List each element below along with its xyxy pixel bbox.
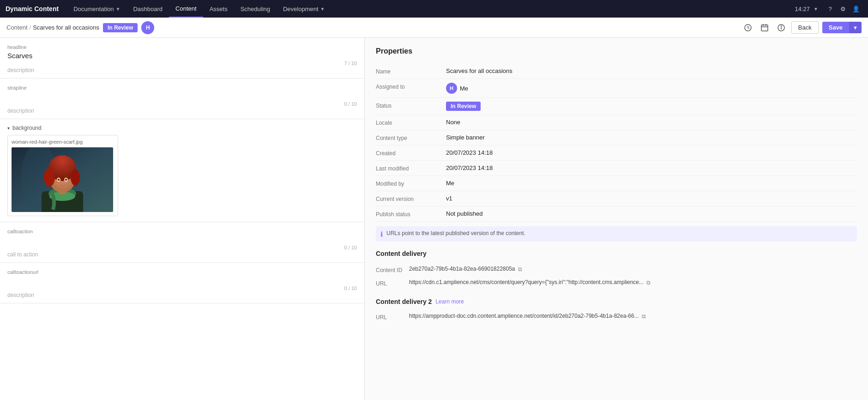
breadcrumb-separator: /	[30, 24, 31, 31]
chevron-down-icon: ▼	[320, 6, 325, 12]
url-value: https://cdn.c1.amplience.net/cms/content…	[409, 279, 857, 286]
delivery2-header: Content delivery 2 Learn more	[376, 298, 857, 305]
content-id-value: 2eb270a2-79b5-4b1a-82ea-66901822805a ⧉	[409, 266, 857, 273]
prop-row-modifiedby: Modified by Me	[376, 176, 857, 191]
prop-value-status: In Review	[446, 102, 857, 111]
chevron-down-icon: ▼	[116, 6, 121, 12]
nav-assets[interactable]: Assets	[203, 0, 234, 18]
svg-point-7	[781, 25, 781, 26]
content-id-row: Content ID 2eb270a2-79b5-4b1a-82ea-66901…	[376, 263, 857, 276]
delivery-title: Content delivery	[376, 250, 857, 257]
strapline-description: description	[7, 108, 357, 114]
image-filename: woman-red-hair-green-scarf.jpg	[12, 139, 114, 145]
nav-dashboard[interactable]: Dashboard	[127, 0, 169, 18]
url-note-text: URLs point to the latest published versi…	[386, 230, 525, 236]
prop-row-locale: Locale None	[376, 115, 857, 130]
sub-nav: Content / Scarves for all occasions In R…	[0, 18, 868, 38]
prop-label-publishstatus: Publish status	[376, 210, 440, 218]
prop-row-assigned: Assigned to H Me	[376, 79, 857, 98]
delivery2-title: Content delivery 2	[376, 298, 432, 305]
headline-field-section: headline 7 / 10 description	[0, 38, 364, 79]
prop-label-name: Name	[376, 67, 440, 75]
prop-row-publishstatus: Publish status Not published	[376, 206, 857, 222]
calltoactionurl-field-section: calltoactionurl 0 / 10 description	[0, 263, 364, 303]
assigned-avatar: H	[446, 83, 457, 94]
url-note: ℹ URLs point to the latest published ver…	[376, 226, 857, 242]
settings-icon[interactable]: ⚙	[837, 2, 850, 15]
calltoaction-field-section: calltoaction 0 / 10 call to action	[0, 222, 364, 263]
headline-description: description	[7, 67, 357, 73]
time-arrow-icon: ▼	[814, 6, 818, 12]
prop-row-name: Name Scarves for all occasions	[376, 64, 857, 79]
nav-documentation[interactable]: Documentation ▼	[67, 0, 127, 18]
prop-label-created: Created	[376, 149, 440, 157]
delivery2-url-value: https://ampproduct-doc.cdn.content.ampli…	[409, 313, 857, 320]
main-layout: headline 7 / 10 description strapline 0 …	[0, 38, 868, 400]
breadcrumb-current: Scarves for all occasions	[33, 24, 99, 31]
delivery2-url-row: URL https://ampproduct-doc.cdn.content.a…	[376, 310, 857, 323]
headline-input[interactable]	[7, 52, 357, 60]
info-circle-icon: ℹ	[380, 230, 383, 238]
chevron-down-icon: ▾	[7, 126, 10, 131]
calltoaction-input[interactable]	[7, 236, 357, 244]
nav-development[interactable]: Development ▼	[277, 0, 332, 18]
content-id-label: Content ID	[376, 266, 404, 273]
prop-value-locale: None	[446, 119, 857, 126]
nav-scheduling[interactable]: Scheduling	[234, 0, 277, 18]
strapline-label: strapline	[7, 85, 357, 91]
calltoactionurl-label: calltoactionurl	[7, 269, 357, 275]
properties-title: Properties	[376, 47, 857, 55]
save-dropdown-button[interactable]: ▼	[849, 22, 862, 33]
prop-value-lastmod: 20/07/2023 14:18	[446, 164, 857, 171]
prop-label-version: Current version	[376, 195, 440, 202]
svg-point-21	[58, 179, 60, 181]
status-pill[interactable]: In Review	[446, 102, 481, 111]
brand-logo: Dynamic Content	[6, 5, 67, 12]
background-section: ▾ background woman-red-hair-green-scarf.…	[0, 119, 364, 222]
calltoaction-label: calltoaction	[7, 229, 357, 234]
copy-delivery2-url-icon[interactable]: ⧉	[642, 313, 646, 320]
info-icon[interactable]	[775, 21, 788, 34]
copy-url-icon[interactable]: ⧉	[646, 279, 651, 286]
calltoactionurl-description: description	[7, 292, 357, 298]
headline-counter: 7 / 10	[7, 61, 357, 66]
avatar: H	[141, 21, 154, 34]
prop-row-status: Status In Review	[376, 98, 857, 115]
prop-label-assigned: Assigned to	[376, 83, 440, 90]
learn-more-link[interactable]: Learn more	[435, 298, 464, 305]
svg-point-17	[44, 168, 55, 187]
svg-rect-1	[761, 25, 768, 31]
status-badge[interactable]: In Review	[103, 23, 138, 32]
history-icon[interactable]	[741, 21, 754, 34]
calltoactionurl-input[interactable]	[7, 277, 357, 285]
prop-value-version: v1	[446, 195, 857, 202]
clock-time: 14:27	[795, 6, 814, 12]
background-section-toggle[interactable]: ▾ background	[7, 125, 357, 131]
back-button[interactable]: Back	[791, 21, 819, 34]
prop-value-modifiedby: Me	[446, 180, 857, 187]
url-label: URL	[376, 279, 404, 287]
prop-row-contenttype: Content type Simple banner	[376, 130, 857, 145]
help-icon[interactable]: ?	[824, 2, 837, 15]
svg-point-18	[71, 169, 80, 186]
breadcrumb-content-link[interactable]: Content	[6, 24, 28, 31]
left-panel: headline 7 / 10 description strapline 0 …	[0, 38, 365, 400]
strapline-input[interactable]	[7, 92, 357, 100]
calltoaction-counter: 0 / 10	[7, 245, 357, 250]
prop-value-publishstatus: Not published	[446, 210, 857, 217]
save-button[interactable]: Save	[822, 22, 849, 33]
nav-content[interactable]: Content	[169, 0, 203, 18]
right-panel: Properties Name Scarves for all occasion…	[365, 38, 868, 400]
user-icon[interactable]: 👤	[850, 2, 862, 15]
copy-content-id-icon[interactable]: ⧉	[518, 266, 522, 273]
toolbar-icons	[741, 21, 788, 34]
image-thumbnail	[12, 147, 113, 212]
background-label: background	[12, 125, 42, 131]
svg-point-22	[65, 179, 67, 181]
prop-value-contenttype: Simple banner	[446, 134, 857, 141]
prop-label-contenttype: Content type	[376, 134, 440, 141]
prop-label-status: Status	[376, 102, 440, 109]
prop-row-created: Created 20/07/2023 14:18	[376, 145, 857, 161]
calendar-icon[interactable]	[758, 21, 771, 34]
top-nav: Dynamic Content Documentation ▼ Dashboar…	[0, 0, 868, 18]
